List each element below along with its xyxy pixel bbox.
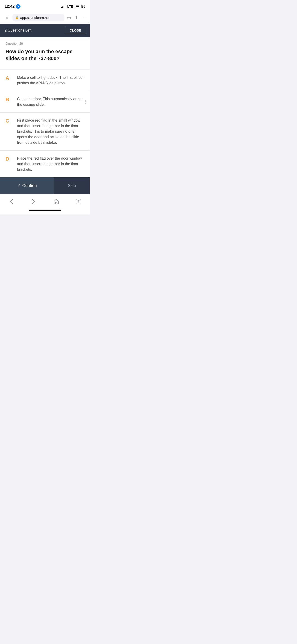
questions-left: 2 Questions Left bbox=[4, 28, 32, 32]
confirm-button[interactable]: ✓ Confirm bbox=[0, 177, 54, 194]
ios-nav: 1 bbox=[0, 194, 90, 208]
option-c[interactable]: C First place red flag in the small wind… bbox=[0, 112, 90, 150]
option-a[interactable]: A Make a call to flight deck. The first … bbox=[0, 70, 90, 91]
option-b[interactable]: B Close the door. This automatically arm… bbox=[0, 91, 90, 112]
option-a-text: Make a call to flight deck. The first of… bbox=[17, 75, 84, 86]
browser-close-button[interactable]: ✕ bbox=[4, 15, 10, 20]
status-right: LTE 30 bbox=[61, 4, 85, 8]
back-button[interactable] bbox=[6, 196, 17, 206]
forward-button[interactable] bbox=[28, 196, 39, 206]
forward-arrow-icon bbox=[32, 199, 35, 204]
signal-bars bbox=[61, 5, 66, 8]
home-indicator-area bbox=[0, 208, 90, 214]
option-b-letter: B bbox=[6, 96, 14, 103]
close-button[interactable]: CLOSE bbox=[66, 27, 85, 34]
bookmark-icon[interactable]: ▭ bbox=[67, 15, 71, 20]
browser-bar: ✕ 🔒 app.scandlearn.net ▭ ⬆ ⋯ bbox=[0, 12, 90, 24]
lte-indicator: LTE bbox=[67, 4, 73, 8]
option-c-letter: C bbox=[6, 118, 14, 124]
home-indicator-bar bbox=[29, 210, 61, 211]
tabs-button[interactable]: 1 bbox=[73, 196, 84, 206]
location-icon: ➤ bbox=[16, 4, 20, 9]
option-d[interactable]: D Place the red flag over the door windo… bbox=[0, 150, 90, 177]
tabs-badge: 1 bbox=[76, 199, 81, 204]
share-icon[interactable]: ⬆ bbox=[74, 15, 78, 20]
home-button[interactable] bbox=[51, 196, 62, 206]
option-b-dots bbox=[85, 100, 86, 104]
home-icon bbox=[53, 198, 59, 204]
status-time: 12:42 ➤ bbox=[4, 4, 20, 9]
quiz-header: 2 Questions Left CLOSE bbox=[0, 24, 90, 37]
skip-button[interactable]: Skip bbox=[54, 177, 90, 194]
option-a-letter: A bbox=[6, 75, 14, 82]
option-b-text: Close the door. This automatically arms … bbox=[17, 96, 84, 107]
option-d-text: Place the red flag over the door window … bbox=[17, 156, 84, 172]
status-bar: 12:42 ➤ LTE 30 bbox=[0, 0, 90, 12]
url-bar[interactable]: 🔒 app.scandlearn.net bbox=[12, 14, 64, 22]
url-text: app.scandlearn.net bbox=[20, 16, 62, 20]
question-area: Question 29 How do you arm the escape sl… bbox=[0, 37, 90, 69]
option-d-letter: D bbox=[6, 156, 14, 162]
lock-icon: 🔒 bbox=[15, 16, 19, 19]
options-container: A Make a call to flight deck. The first … bbox=[0, 70, 90, 177]
battery-icon bbox=[75, 5, 82, 8]
question-text: How do you arm the escape slides on the … bbox=[6, 48, 84, 62]
question-number: Question 29 bbox=[6, 42, 84, 45]
browser-actions: ▭ ⬆ ⋯ bbox=[67, 15, 86, 20]
option-c-text: First place red flag in the small window… bbox=[17, 118, 84, 145]
bottom-toolbar: ✓ Confirm Skip bbox=[0, 177, 90, 194]
confirm-check-icon: ✓ bbox=[17, 183, 20, 188]
back-arrow-icon bbox=[10, 199, 13, 204]
more-icon[interactable]: ⋯ bbox=[82, 15, 86, 20]
battery-indicator: 30 bbox=[75, 5, 85, 8]
confirm-label: Confirm bbox=[22, 183, 37, 188]
